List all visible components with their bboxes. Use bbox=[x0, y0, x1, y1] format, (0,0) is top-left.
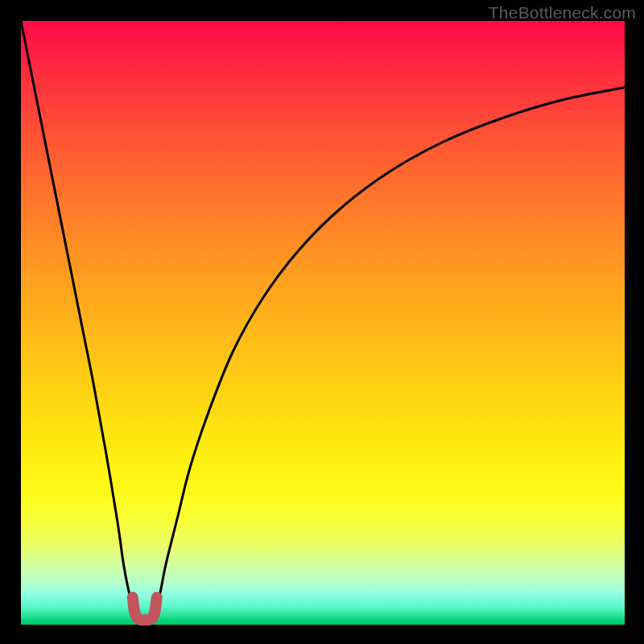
chart-stage: TheBottleneck.com bbox=[0, 0, 644, 644]
left-branch-curve bbox=[21, 21, 136, 613]
right-branch-curve bbox=[154, 88, 625, 613]
valley-marker bbox=[133, 597, 157, 620]
watermark-text: TheBottleneck.com bbox=[489, 3, 636, 23]
plot-area bbox=[21, 21, 625, 625]
curves-layer bbox=[21, 21, 625, 625]
